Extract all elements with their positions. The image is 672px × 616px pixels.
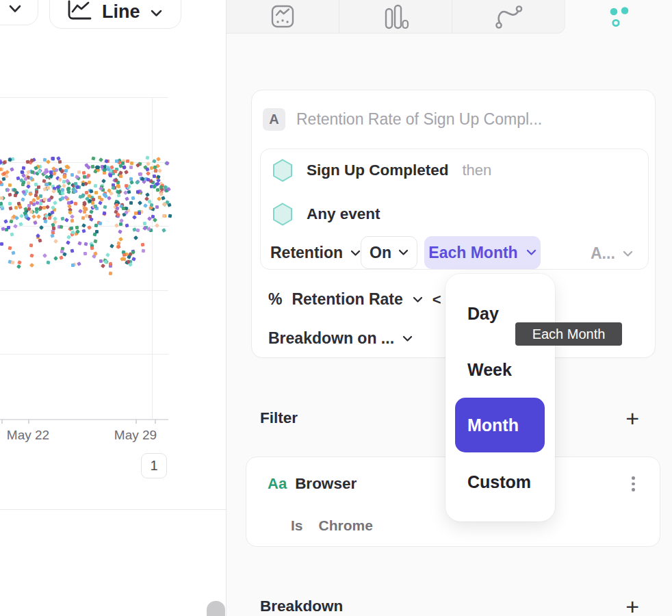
scatter-point: [10, 232, 14, 236]
scatter-point: [42, 253, 47, 258]
chart-type-line-button[interactable]: Line: [49, 0, 181, 29]
scatter-point: [119, 218, 124, 223]
scatter-point: [8, 246, 12, 250]
breakdown-on-dropdown[interactable]: Breakdown on ...: [268, 329, 413, 348]
scatter-point: [53, 201, 57, 205]
period-dropdown[interactable]: Each Month: [424, 236, 541, 269]
scatter-point: [0, 242, 3, 246]
filter-operator: Is: [291, 517, 303, 534]
scatter-point: [103, 211, 107, 216]
retention-dots-icon: [608, 6, 631, 28]
event-row-first[interactable]: Sign Up Completed then: [272, 159, 491, 182]
scatter-point: [126, 159, 129, 163]
scatter-point: [70, 173, 74, 177]
scatter-point: [29, 263, 34, 268]
query-header: A Retention Rate of Sign Up Compl...: [263, 108, 542, 131]
scatter-point: [33, 220, 38, 225]
add-breakdown-button[interactable]: +: [625, 598, 639, 615]
scatter-point: [43, 219, 47, 223]
menu-item-custom[interactable]: Custom: [467, 472, 531, 492]
scatter-point: [46, 260, 50, 264]
retention-scatter-chart: May 22May 29: [0, 96, 172, 438]
trend-chart-icon: [270, 4, 295, 29]
scatter-point: [85, 191, 88, 194]
chevron-down-icon: [9, 5, 21, 13]
tab-trend-chart[interactable]: [227, 0, 339, 33]
menu-item-month-selected[interactable]: Month: [455, 398, 545, 452]
scatter-point: [70, 218, 75, 222]
scatter-point: [73, 189, 77, 193]
scatter-point: [21, 183, 24, 186]
scatter-point: [77, 241, 82, 246]
metric-label: Retention: [270, 244, 343, 262]
scatter-point: [94, 240, 98, 244]
scatter-point: [142, 222, 146, 226]
scatter-point: [86, 165, 91, 170]
gridline-horizontal: [0, 162, 168, 163]
query-builder-panel: A Retention Rate of Sign Up Compl... Sig…: [226, 0, 672, 616]
axis-tick: [1, 419, 3, 424]
scatter-point: [127, 190, 131, 194]
scatter-point: [121, 162, 125, 165]
tab-flow[interactable]: [452, 0, 565, 33]
scatter-point: [27, 204, 31, 207]
collapsed-toolbar-button[interactable]: [0, 0, 38, 25]
scatter-point: [84, 242, 88, 246]
period-label: Each Month: [428, 244, 517, 262]
axis-tick: [155, 419, 156, 424]
scatter-point: [103, 205, 107, 209]
scatter-point: [98, 221, 102, 225]
scatter-point: [70, 214, 75, 219]
query-letter-badge: A: [263, 108, 285, 131]
chevron-down-icon: [350, 250, 361, 257]
scatter-point: [43, 197, 47, 201]
scatter-point: [101, 264, 105, 268]
event-row-second[interactable]: Any event: [272, 203, 380, 226]
on-dropdown[interactable]: On: [361, 236, 417, 269]
scatter-point: [50, 195, 55, 200]
scatter-point: [42, 206, 46, 209]
gridline-vertical: [152, 97, 153, 419]
scrollbar-thumb[interactable]: [207, 601, 225, 616]
scatter-point: [118, 229, 122, 234]
percent-symbol: %: [268, 290, 282, 309]
kebab-menu-icon[interactable]: [632, 476, 636, 494]
filter-heading: Filter: [260, 409, 298, 427]
scatter-point: [13, 194, 17, 198]
query-title[interactable]: Retention Rate of Sign Up Compl...: [296, 110, 542, 129]
scatter-point: [153, 175, 156, 178]
scatter-point: [77, 262, 81, 267]
truncated-dropdown[interactable]: A...: [591, 244, 633, 263]
scatter-point: [53, 239, 58, 244]
scatter-point: [78, 194, 83, 199]
scatter-point: [127, 255, 131, 260]
measure-dropdown[interactable]: % Retention Rate <: [268, 290, 441, 309]
bar-chart-icon: [382, 3, 409, 30]
flow-curve-icon: [494, 4, 523, 29]
scatter-point: [89, 189, 93, 193]
scatter-point: [108, 174, 112, 178]
add-filter-button[interactable]: +: [625, 409, 639, 427]
menu-item-day[interactable]: Day: [467, 304, 499, 324]
scatter-point: [153, 218, 157, 222]
scatter-point: [141, 243, 145, 247]
tab-bar-chart[interactable]: [339, 0, 452, 33]
scatter-point: [38, 239, 42, 243]
filter-property-name: Browser: [295, 475, 357, 493]
scatter-point: [125, 196, 129, 201]
filter-condition[interactable]: Is Chrome: [291, 517, 373, 534]
menu-item-week[interactable]: Week: [467, 360, 512, 380]
scatter-point: [116, 244, 121, 249]
scatter-point: [155, 205, 159, 209]
scatter-point: [62, 252, 67, 257]
scatter-point: [28, 192, 33, 196]
scatter-point: [39, 202, 42, 205]
scatter-point: [3, 219, 8, 224]
scatter-point: [66, 188, 70, 192]
metric-dropdown[interactable]: Retention: [270, 244, 361, 262]
scatter-point: [83, 252, 87, 255]
tab-retention[interactable]: [565, 0, 672, 34]
scatter-point: [122, 166, 127, 170]
pagination-page-1[interactable]: 1: [141, 453, 167, 478]
scatter-point: [64, 218, 69, 222]
